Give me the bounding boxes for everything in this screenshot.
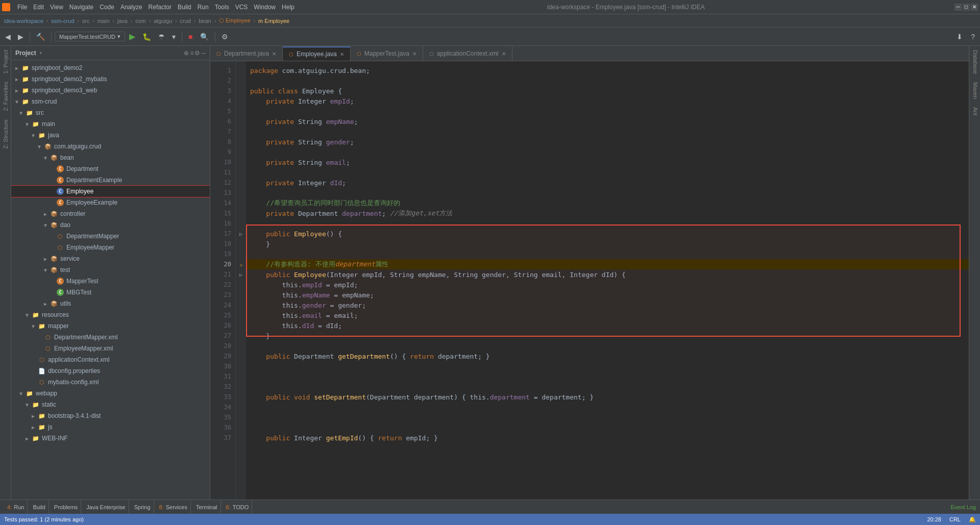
code-line-30[interactable] (246, 361, 969, 371)
code-line-19[interactable] (246, 249, 969, 259)
code-line-29[interactable]: public Department getDepartment() { retu… (246, 351, 969, 361)
toolbar-settings[interactable]: ⚙ (218, 31, 231, 43)
tree-item-springboot-demo2-mybatis[interactable]: ▶ 📁 springboot_demo2_mybatis (11, 73, 210, 85)
tree-item-ssm-crud[interactable]: ▼ 📁 ssm-crud (11, 96, 210, 107)
menu-navigate[interactable]: Navigate (66, 0, 96, 14)
tree-item-js[interactable]: ▶ 📁 js (11, 421, 210, 433)
tree-item-service[interactable]: ▶ 📦 service (11, 253, 210, 264)
panel-collapse[interactable]: ≡ (190, 49, 193, 57)
tree-item-department-example[interactable]: C DepartmentExample (11, 174, 210, 186)
tab-close[interactable]: ✕ (340, 52, 344, 57)
code-line-3[interactable]: public class Employee { (246, 86, 969, 96)
sidebar-structure-tab[interactable]: Z: Structure (1, 115, 10, 153)
code-line-7[interactable] (246, 127, 969, 137)
menu-analyze[interactable]: Analyze (117, 0, 145, 14)
code-line-25[interactable]: this.email = email; (246, 310, 969, 320)
breadcrumb-crud[interactable]: crud (180, 18, 191, 24)
code-line-18[interactable]: } (246, 239, 969, 249)
breadcrumb-main[interactable]: main (97, 18, 110, 24)
breadcrumb-atguigu[interactable]: atguigu (154, 18, 172, 24)
tree-item-controller[interactable]: ▶ 📦 controller (11, 208, 210, 219)
minimize-button[interactable]: ─ (954, 4, 962, 11)
bottom-tab-spring[interactable]: Spring (131, 500, 154, 514)
toolbar-find-usages[interactable]: 🔍 (197, 31, 212, 43)
bottom-tab-java-enterprise[interactable]: Java Enterprise (83, 500, 129, 514)
bottom-tab-build[interactable]: Build (30, 500, 48, 514)
panel-minimize[interactable]: ─ (201, 49, 206, 57)
code-line-36[interactable] (246, 422, 969, 433)
tree-item-app-context-xml[interactable]: ⬡ applicationContext.xml (11, 354, 210, 365)
bottom-tab-services[interactable]: 8: Services (156, 500, 191, 514)
code-line-24[interactable]: this.gender = gender; (246, 300, 969, 310)
menu-refactor[interactable]: Refactor (145, 0, 175, 14)
code-line-5[interactable] (246, 106, 969, 116)
code-line-14[interactable]: //希望查询员工的同时部门信息也是查询好的 (246, 198, 969, 208)
tree-item-dao[interactable]: ▼ 📦 dao (11, 219, 210, 231)
menu-code[interactable]: Code (96, 0, 117, 14)
menu-file[interactable]: File (14, 0, 30, 14)
sidebar-project-tab[interactable]: 1: Project (1, 46, 10, 78)
code-line-22[interactable]: this.empId = empId; (246, 280, 969, 290)
code-line-35[interactable] (246, 412, 969, 422)
code-line-17[interactable]: public Employee() { (246, 229, 969, 239)
sidebar-maven-tab[interactable]: Maven (969, 78, 980, 103)
code-line-27[interactable]: } (246, 331, 969, 341)
tree-item-emp-mapper-xml[interactable]: ⬡ EmployeeMapper.xml (11, 343, 210, 354)
code-line-12[interactable]: private Integer dId; (246, 178, 969, 188)
tree-item-employee[interactable]: C Employee (11, 186, 210, 197)
tab-close[interactable]: ✕ (272, 51, 276, 57)
tree-item-employee-example[interactable]: C EmployeeExample (11, 197, 210, 208)
tree-item-mbg-test[interactable]: C MBGTest (11, 287, 210, 298)
tree-item-resources[interactable]: ▼ 📁 resources (11, 309, 210, 320)
code-content[interactable]: package com.atguigu.crud.bean; public cl… (246, 61, 969, 499)
tree-item-java[interactable]: ▼ 📁 java (11, 130, 210, 141)
menu-vcs[interactable]: VCS (232, 0, 251, 14)
coverage-button[interactable]: ☂ (155, 31, 168, 43)
bottom-tab-terminal[interactable]: Terminal (193, 500, 221, 514)
code-line-31[interactable] (246, 371, 969, 382)
tree-item-webapp[interactable]: ▼ 📁 webapp (11, 388, 210, 399)
code-line-33[interactable]: public void setDepartment(Department dep… (246, 392, 969, 402)
breadcrumb-com[interactable]: com (135, 18, 146, 24)
code-line-13[interactable] (246, 188, 969, 198)
code-line-1[interactable]: package com.atguigu.crud.bean; (246, 65, 969, 76)
code-line-2[interactable] (246, 76, 969, 86)
code-line-37[interactable]: public Integer getEmpId() { return empId… (246, 433, 969, 443)
tree-item-src[interactable]: ▼ 📁 src (11, 107, 210, 118)
toolbar-vcs[interactable]: ⬇ (953, 31, 966, 43)
run-button[interactable]: ▶ (126, 30, 138, 43)
breadcrumb-employee-method[interactable]: m Employee (258, 18, 289, 24)
status-event-log[interactable]: 🔔 (969, 516, 976, 523)
code-line-26[interactable]: this.dId = dId; (246, 320, 969, 331)
code-line-6[interactable]: private String empName; (246, 116, 969, 127)
toolbar-more-run[interactable]: ▾ (169, 31, 179, 43)
tree-item-webinf[interactable]: ▶ 📁 WEB-INF (11, 433, 210, 444)
toolbar-back[interactable]: ◀ (2, 31, 14, 43)
tree-item-bootstrap[interactable]: ▶ 📁 bootstrap-3.4.1-dist (11, 410, 210, 421)
menu-edit[interactable]: Edit (30, 0, 47, 14)
tree-item-main[interactable]: ▼ 📁 main (11, 118, 210, 130)
tree-item-com-atguigu-crud[interactable]: ▼ 📦 com.atguigu.crud (11, 141, 210, 152)
tab-department[interactable]: ⬡ Department.java ✕ (210, 46, 283, 61)
toolbar-build[interactable]: 🔨 (33, 31, 48, 43)
panel-dropdown[interactable]: ▾ (39, 50, 42, 56)
panel-settings[interactable]: ⚙ (194, 49, 200, 57)
tree-item-static[interactable]: ▼ 📁 static (11, 399, 210, 410)
panel-sync[interactable]: ⊕ (184, 49, 189, 57)
code-line-8[interactable]: private String gender; (246, 137, 969, 147)
maximize-button[interactable]: □ (963, 4, 970, 11)
tree-item-springboot-demo2[interactable]: ▶ 📁 springboot_demo2 (11, 62, 210, 73)
breadcrumb-java[interactable]: java (117, 18, 128, 24)
code-line-23[interactable]: this.empName = empName; (246, 290, 969, 300)
bottom-tab-run[interactable]: 4: Run (4, 500, 28, 514)
run-config-selector[interactable]: MapperTest.testCRUD ▾ (55, 32, 125, 41)
tree-item-dbconfig[interactable]: 📄 dbconfig.properties (11, 365, 210, 377)
code-line-16[interactable] (246, 218, 969, 229)
menu-window[interactable]: Window (251, 0, 279, 14)
tab-close[interactable]: ✕ (502, 51, 506, 57)
code-line-21[interactable]: public Employee(Integer empId, String em… (246, 269, 969, 280)
toolbar-help[interactable]: ? (968, 31, 978, 43)
menu-help[interactable]: Help (279, 0, 298, 14)
tab-app-context[interactable]: ⬡ applicationContext.xml ✕ (423, 46, 512, 61)
tree-item-mapper-folder[interactable]: ▼ 📁 mapper (11, 320, 210, 332)
